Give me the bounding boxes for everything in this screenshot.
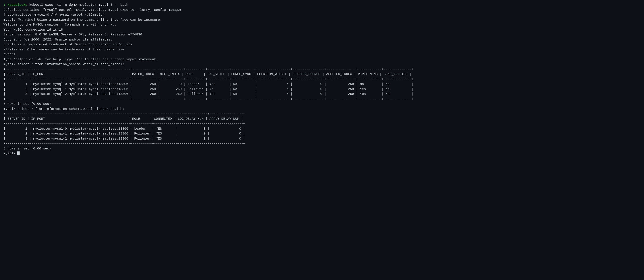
terminal: ❯ kubeblocks kubectl exec -ti -n demo my… bbox=[4, 3, 640, 156]
table1-row-3: | 3 | mycluster-mysql-2.mycluster-mysql-… bbox=[4, 92, 413, 96]
output-line-5: Your MySQL connection id is 18 bbox=[4, 28, 640, 33]
output-line-3: mysql: [Warning] Using a password on the… bbox=[4, 18, 640, 23]
table1: +------------+--------------------------… bbox=[4, 67, 640, 102]
output-line-14: Type 'help;' or '\h' for help. Type '\c'… bbox=[4, 57, 640, 62]
query1-line: mysql> select * from information_schema.… bbox=[4, 62, 640, 67]
table1-header: | SERVER_ID | IP_PORT | MATCH_INDEX | NE… bbox=[4, 72, 411, 76]
cursor-block bbox=[18, 151, 20, 155]
table2-row-3: | 3 | mycluster-mysql-2.mycluster-mysql-… bbox=[4, 137, 245, 141]
output-line-12: owners. bbox=[4, 52, 640, 57]
table1-result: 3 rows in set (0.00 sec) bbox=[4, 102, 640, 107]
table2: +------------+--------------------------… bbox=[4, 112, 640, 146]
table2-result: 3 rows in set (0.00 sec) bbox=[4, 146, 640, 151]
final-prompt-text: mysql> bbox=[4, 152, 18, 155]
table1-border-bot: +------------+--------------------------… bbox=[4, 97, 413, 101]
output-line-8: Copyright (c) 2000, 2022, Oracle and/or … bbox=[4, 38, 640, 43]
table1-border-top: +------------+--------------------------… bbox=[4, 68, 413, 71]
final-prompt-line[interactable]: mysql> bbox=[4, 151, 640, 156]
table2-border-top: +------------+--------------------------… bbox=[4, 112, 245, 116]
table1-row-2: | 2 | mycluster-mysql-1.mycluster-mysql-… bbox=[4, 87, 413, 91]
output-line-1: Defaulted container "mysql" out of: mysq… bbox=[4, 8, 640, 13]
table2-border-mid: +------------+--------------------------… bbox=[4, 122, 245, 126]
output-line-2: [root@mycluster-mysql-0 /]# mysql -uroot… bbox=[4, 13, 640, 18]
table2-row-1: | 1 | mycluster-mysql-0.mycluster-mysql-… bbox=[4, 127, 245, 131]
table2-row-2: | 2 | mycluster-mysql-1.mycluster-mysql-… bbox=[4, 132, 245, 136]
query2-line: mysql> select * from information_schema.… bbox=[4, 107, 640, 112]
initial-command: kubectl exec -ti -n demo mycluster-mysql… bbox=[27, 3, 128, 7]
kubeblocks-label: kubeblocks bbox=[8, 3, 27, 7]
table2-border-bot: +------------+--------------------------… bbox=[4, 142, 245, 145]
table1-row-1: | 1 | mycluster-mysql-0.mycluster-mysql-… bbox=[4, 82, 413, 86]
output-line-10: Oracle is a registered trademark of Orac… bbox=[4, 42, 640, 47]
arrow-icon: ❯ bbox=[4, 3, 8, 7]
output-line-4: Welcome to the MySQL monitor. Commands e… bbox=[4, 23, 640, 28]
initial-command-line: ❯ kubeblocks kubectl exec -ti -n demo my… bbox=[4, 3, 640, 8]
table2-header: | SERVER_ID | IP_PORT | ROLE | CONNECTED… bbox=[4, 117, 243, 121]
table1-border-mid: +------------+--------------------------… bbox=[4, 78, 413, 81]
output-line-6: Server version: 8.0.30 WeSQL Server - GP… bbox=[4, 32, 640, 38]
output-line-11: affiliates. Other names may be trademark… bbox=[4, 47, 640, 52]
